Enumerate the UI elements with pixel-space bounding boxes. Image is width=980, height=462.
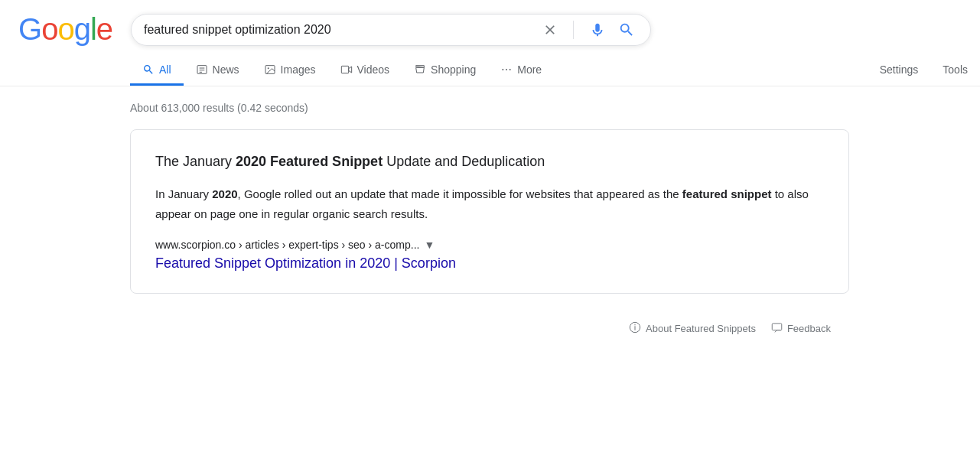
tab-images[interactable]: Images bbox=[252, 56, 328, 86]
dropdown-arrow-icon[interactable]: ▼ bbox=[424, 239, 435, 251]
svg-point-7 bbox=[503, 69, 504, 70]
results-area: About 613,000 results (0.42 seconds) The… bbox=[0, 86, 980, 309]
snippet-result-link[interactable]: Featured Snippet Optimization in 2020 | … bbox=[155, 255, 456, 271]
body-middle: , Google rolled out an update that made … bbox=[238, 187, 682, 200]
videos-icon bbox=[340, 63, 353, 76]
tab-more[interactable]: More bbox=[488, 56, 554, 86]
about-snippets-label: About Featured Snippets bbox=[646, 323, 756, 334]
body-prefix: In January bbox=[155, 187, 212, 200]
feedback-link[interactable]: Feedback bbox=[771, 322, 831, 336]
shopping-icon bbox=[414, 63, 426, 76]
snippet-body: In January 2020, Google rolled out an up… bbox=[155, 184, 824, 223]
google-logo: Google bbox=[18, 12, 112, 47]
header: Google bbox=[0, 0, 980, 47]
search-icon bbox=[142, 63, 155, 76]
tab-news[interactable]: News bbox=[184, 56, 252, 86]
images-icon bbox=[264, 63, 276, 76]
logo-l: l bbox=[90, 12, 96, 46]
microphone-icon bbox=[589, 21, 606, 38]
logo-g2: g bbox=[74, 12, 90, 46]
info-icon bbox=[629, 321, 641, 336]
snippet-title-prefix: The January bbox=[155, 154, 236, 169]
snippet-title-bold: 2020 Featured Snippet bbox=[236, 154, 383, 169]
results-count: About 613,000 results (0.42 seconds) bbox=[130, 102, 980, 114]
more-dots-icon bbox=[500, 63, 513, 76]
news-icon bbox=[196, 63, 208, 76]
settings-link[interactable]: Settings bbox=[868, 56, 931, 86]
tab-all[interactable]: All bbox=[130, 56, 184, 86]
nav-tabs: All News Images bbox=[0, 50, 980, 86]
tools-label: Tools bbox=[943, 63, 968, 76]
tab-all-label: All bbox=[159, 63, 171, 76]
featured-snippet-card: The January 2020 Featured Snippet Update… bbox=[130, 129, 849, 294]
tab-videos[interactable]: Videos bbox=[328, 56, 402, 86]
search-button[interactable] bbox=[615, 21, 638, 38]
about-snippets-link[interactable]: About Featured Snippets bbox=[629, 321, 756, 336]
logo-e: e bbox=[96, 12, 112, 46]
clear-search-button[interactable] bbox=[539, 22, 561, 37]
tab-images-label: Images bbox=[281, 63, 316, 76]
snippet-title: The January 2020 Featured Snippet Update… bbox=[155, 151, 824, 172]
body-bold2: featured snippet bbox=[682, 187, 772, 200]
tools-link[interactable]: Tools bbox=[930, 56, 980, 86]
voice-search-button[interactable] bbox=[586, 21, 609, 38]
feedback-icon bbox=[771, 322, 783, 336]
logo-g: G bbox=[18, 12, 41, 46]
tab-shopping-label: Shopping bbox=[431, 63, 476, 76]
svg-point-9 bbox=[510, 69, 511, 70]
tab-more-label: More bbox=[517, 63, 542, 76]
nav-settings-tools: Settings Tools bbox=[868, 56, 980, 86]
snippet-url: www.scorpion.co › articles › expert-tips… bbox=[155, 239, 824, 251]
logo-o2: o bbox=[57, 12, 73, 46]
tab-videos-label: Videos bbox=[357, 63, 390, 76]
divider bbox=[573, 21, 574, 39]
svg-point-5 bbox=[267, 67, 269, 69]
tab-shopping[interactable]: Shopping bbox=[402, 56, 488, 86]
footer-feedback: About Featured Snippets Feedback bbox=[0, 309, 849, 348]
feedback-label: Feedback bbox=[787, 323, 831, 334]
close-icon bbox=[542, 22, 558, 37]
svg-point-12 bbox=[634, 324, 635, 325]
logo-o1: o bbox=[41, 12, 57, 46]
body-bold1: 2020 bbox=[212, 187, 237, 200]
tab-news-label: News bbox=[213, 63, 239, 76]
svg-rect-13 bbox=[772, 323, 782, 330]
svg-rect-6 bbox=[341, 66, 348, 73]
snippet-link-text: Featured Snippet Optimization in 2020 | … bbox=[155, 255, 456, 271]
search-icon bbox=[618, 21, 635, 38]
svg-point-8 bbox=[506, 69, 507, 70]
search-box bbox=[131, 14, 651, 46]
snippet-title-suffix: Update and Deduplication bbox=[383, 154, 545, 169]
search-input[interactable] bbox=[144, 23, 533, 37]
settings-label: Settings bbox=[880, 63, 919, 76]
snippet-url-text: www.scorpion.co › articles › expert-tips… bbox=[155, 239, 419, 251]
